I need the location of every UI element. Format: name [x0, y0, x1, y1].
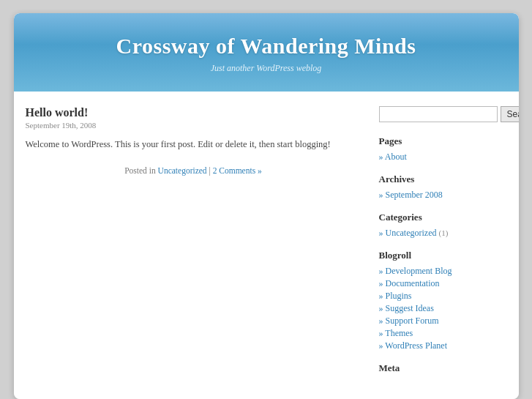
blogroll-heading: Blogroll	[379, 250, 507, 261]
blogroll-support-link[interactable]: Support Forum	[386, 316, 439, 326]
sidebar-blogroll-section: Blogroll Development Blog Documentation …	[379, 250, 507, 352]
sidebar: Search Pages About Archives September 20…	[379, 106, 507, 384]
list-item: Documentation	[379, 277, 507, 290]
pages-about-link[interactable]: About	[385, 152, 407, 162]
list-item: Uncategorized (1)	[379, 227, 507, 239]
archives-heading: Archives	[379, 174, 507, 185]
main-content: Hello world! September 19th, 2008 Welcom…	[26, 106, 379, 384]
meta-heading: Meta	[379, 362, 507, 374]
post-content: Welcome to WordPress. This is your first…	[26, 137, 361, 152]
blogroll-documentation-link[interactable]: Documentation	[386, 278, 440, 288]
post-category-link[interactable]: Uncategorized	[158, 166, 207, 175]
sidebar-pages-section: Pages About	[379, 135, 507, 163]
list-item: Development Blog	[379, 265, 507, 277]
blogroll-list: Development Blog Documentation Plugins S…	[379, 265, 507, 352]
post-date: September 19th, 2008	[26, 121, 361, 130]
archive-sep2008-link[interactable]: September 2008	[386, 190, 443, 200]
sidebar-categories-section: Categories Uncategorized (1)	[379, 212, 507, 239]
categories-heading: Categories	[379, 212, 507, 223]
site-header: Crossway of Wandering Minds Just another…	[14, 13, 519, 92]
list-item: September 2008	[379, 189, 507, 201]
blogroll-plugins-link[interactable]: Plugins	[386, 291, 412, 301]
blogroll-suggest-link[interactable]: Suggest Ideas	[386, 303, 434, 313]
list-item: Themes	[379, 327, 507, 340]
search-button[interactable]: Search	[501, 106, 519, 122]
category-uncategorized-link[interactable]: Uncategorized	[386, 228, 437, 238]
post-title: Hello world!	[26, 106, 361, 119]
post-footer-prefix: Posted in	[124, 166, 156, 175]
post-footer: Posted in Uncategorized | 2 Comments »	[26, 160, 361, 175]
category-count: (1)	[438, 228, 448, 237]
blogroll-devblog-link[interactable]: Development Blog	[386, 266, 452, 276]
archives-list: September 2008	[379, 189, 507, 201]
blogroll-wpplanet-link[interactable]: WordPress Planet	[385, 340, 447, 351]
site-title: Crossway of Wandering Minds	[29, 34, 504, 59]
search-widget: Search	[379, 106, 507, 122]
categories-list: Uncategorized (1)	[379, 227, 507, 239]
sidebar-archives-section: Archives September 2008	[379, 174, 507, 201]
sidebar-meta-section: Meta	[379, 362, 507, 374]
list-item: Plugins	[379, 290, 507, 302]
list-item: Support Forum	[379, 315, 507, 327]
site-subtitle: Just another WordPress weblog	[29, 63, 504, 74]
list-item: About	[379, 151, 507, 163]
pages-list: About	[379, 151, 507, 163]
blogroll-themes-link[interactable]: Themes	[385, 328, 413, 338]
post: Hello world! September 19th, 2008 Welcom…	[26, 106, 361, 175]
list-item: WordPress Planet	[379, 340, 507, 352]
search-input[interactable]	[379, 106, 498, 122]
pages-heading: Pages	[379, 135, 507, 147]
list-item: Suggest Ideas	[379, 302, 507, 315]
post-comments-link[interactable]: 2 Comments »	[213, 166, 262, 175]
